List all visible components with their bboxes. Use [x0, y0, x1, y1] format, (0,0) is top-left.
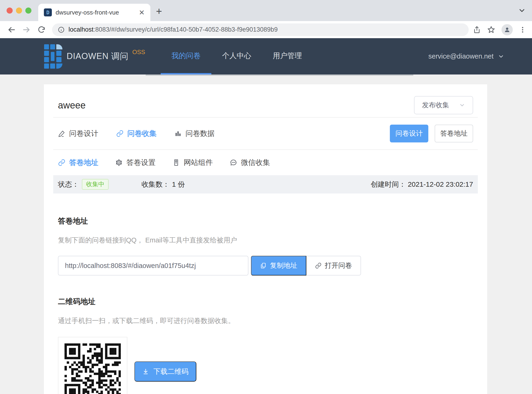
download-icon	[142, 368, 149, 375]
account-menu[interactable]: service@diaowen.net	[428, 52, 504, 60]
wechat-icon	[230, 159, 237, 166]
info-icon[interactable]	[58, 26, 65, 33]
new-tab-button[interactable]: +	[156, 6, 162, 16]
back-button[interactable]	[6, 24, 17, 36]
tab-survey-design[interactable]: 问卷设计	[58, 129, 98, 138]
collect-count-label: 收集数：	[141, 180, 170, 189]
chevron-down-icon	[459, 102, 465, 108]
copy-address-button[interactable]: 复制地址	[251, 256, 306, 275]
created-time-value: 2021-12-02 23:02:17	[408, 180, 473, 188]
link-icon	[58, 159, 65, 166]
widget-icon	[172, 159, 180, 166]
brand-name: DIAOWEN 调问	[67, 51, 128, 62]
tab-survey-collect[interactable]: 问卷收集	[116, 129, 156, 138]
tab-survey-data[interactable]: 问卷数据	[174, 129, 215, 138]
tab-title: dwsurvey-oss-front-vue	[56, 9, 136, 16]
main-menu: 我的问卷 个人中心 用户管理	[161, 38, 313, 74]
qr-code-image	[58, 337, 127, 394]
status-bar: 状态： 收集中 收集数： 1 份 创建时间： 2021-12-02 23:02:…	[53, 175, 478, 193]
minimize-window-button[interactable]	[16, 7, 22, 14]
tab-strip-chevron-icon[interactable]	[518, 7, 526, 15]
download-qrcode-button[interactable]: 下载二维码	[134, 361, 196, 382]
favicon-icon: D	[44, 8, 52, 16]
subtab-answer-address[interactable]: 答卷地址	[58, 158, 98, 167]
browser-titlebar: D dwsurvey-oss-front-vue ✕ +	[0, 0, 532, 21]
subtab-site-widget[interactable]: 网站组件	[172, 158, 213, 167]
close-window-button[interactable]	[7, 7, 13, 14]
link-icon	[315, 262, 322, 269]
status-label: 状态：	[58, 180, 79, 189]
answer-url-description: 复制下面的问卷链接到QQ， Email等工具中直接发给被用户	[58, 236, 473, 245]
chevron-down-icon	[498, 53, 504, 60]
open-survey-button[interactable]: 打开问卷	[306, 256, 361, 275]
diaowen-logo-icon	[44, 44, 62, 69]
url-text: localhost:8083/#/dw/survey/c/url/c98fa14…	[69, 26, 278, 33]
share-icon[interactable]	[473, 26, 481, 34]
copy-icon	[260, 262, 267, 269]
answer-url-heading: 答卷地址	[58, 216, 473, 226]
browser-menu-icon[interactable]	[519, 26, 526, 33]
forward-button[interactable]	[21, 24, 32, 36]
url-button-group: 复制地址 打开问卷	[251, 256, 361, 275]
gear-icon	[115, 159, 123, 166]
collect-count-value: 1 份	[172, 180, 185, 189]
qrcode-heading: 二维码地址	[58, 296, 473, 307]
survey-card: aweee 发布收集 问卷设计 问卷收集	[44, 84, 487, 394]
url-bar[interactable]: localhost:8083/#/dw/survey/c/url/c98fa14…	[52, 23, 469, 36]
status-badge: 收集中	[82, 179, 109, 190]
survey-tabs: 问卷设计 问卷收集 问卷数据 问卷设计 答卷地址	[53, 118, 478, 150]
bookmark-star-icon[interactable]	[487, 26, 495, 34]
bar-chart-icon	[174, 130, 182, 137]
publish-collect-dropdown[interactable]: 发布收集	[414, 96, 473, 114]
reload-button[interactable]	[36, 24, 47, 36]
link-icon	[116, 130, 124, 137]
brand-badge: OSS	[132, 48, 145, 56]
survey-title: aweee	[58, 100, 86, 111]
created-time-label: 创建时间：	[371, 180, 406, 189]
qrcode-description: 通过手机扫一扫，或下载二维码，即可进行问卷数据收集。	[58, 316, 473, 326]
nav-shadow-strip	[146, 74, 413, 76]
nav-item-user-management[interactable]: 用户管理	[262, 38, 313, 74]
browser-window: D dwsurvey-oss-front-vue ✕ + localhost:8…	[0, 0, 532, 394]
browser-toolbar: localhost:8083/#/dw/survey/c/url/c98fa14…	[0, 21, 532, 38]
nav-item-personal-center[interactable]: 个人中心	[211, 38, 262, 74]
survey-url-input[interactable]: http://localhost:8083/#/diaowen/a01f75u4…	[58, 256, 248, 275]
profile-avatar[interactable]	[501, 24, 513, 35]
pencil-icon	[58, 130, 65, 137]
tab-close-icon[interactable]: ✕	[139, 8, 145, 17]
survey-design-button[interactable]: 问卷设计	[390, 125, 428, 142]
brand[interactable]: DIAOWEN 调问 OSS	[44, 44, 145, 69]
subtab-wechat-collect[interactable]: 微信收集	[230, 158, 270, 167]
maximize-window-button[interactable]	[25, 7, 32, 14]
subtab-answer-settings[interactable]: 答卷设置	[115, 158, 155, 167]
account-email: service@diaowen.net	[428, 52, 494, 60]
app-navbar: DIAOWEN 调问 OSS 我的问卷 个人中心 用户管理 service@di…	[0, 38, 532, 74]
collect-subtabs: 答卷地址 答卷设置 网站组件 微信收集	[53, 150, 478, 175]
browser-tab[interactable]: D dwsurvey-oss-front-vue ✕	[38, 4, 150, 21]
nav-item-my-surveys[interactable]: 我的问卷	[161, 38, 211, 74]
window-controls	[7, 7, 32, 14]
answer-address-button[interactable]: 答卷地址	[435, 125, 473, 142]
